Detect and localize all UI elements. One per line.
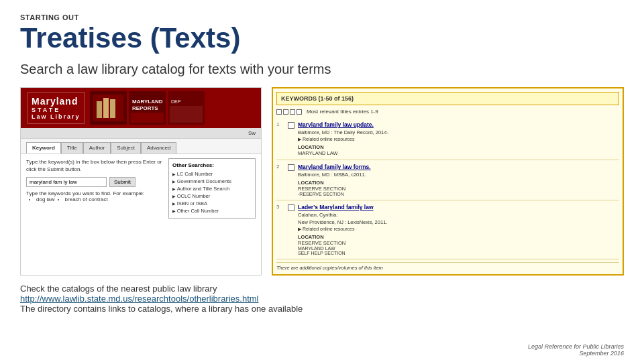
main-container: STARTING OUT Treatises (Texts) Search a … bbox=[0, 0, 644, 320]
catalog-body: Type the keyword(s) in the box below the… bbox=[21, 154, 261, 223]
result-meta-3b: New Providence, NJ : LexisNexis, 2011. bbox=[298, 219, 619, 225]
catalog-examples: Type the keywords you want to find. For … bbox=[26, 190, 163, 202]
mini-checkbox-4[interactable] bbox=[297, 109, 302, 115]
other-searches-title: Other Searches: bbox=[172, 162, 252, 168]
svg-rect-11 bbox=[170, 106, 203, 123]
footer: Legal Reference for Public Libraries Sep… bbox=[528, 343, 624, 357]
location-value-1: MARYLAND LAW bbox=[298, 150, 619, 156]
location-label-1: LOCATION bbox=[298, 144, 619, 150]
mini-checkbox-2[interactable] bbox=[283, 109, 288, 115]
catalog-instruction: Type the keyword(s) in the box below the… bbox=[26, 158, 163, 173]
result-checkbox-3[interactable] bbox=[288, 204, 294, 211]
catalog-submit-button[interactable]: Submit bbox=[109, 177, 136, 187]
result-online-3[interactable]: ▶ Related online resources bbox=[298, 227, 619, 232]
checkboxes-row bbox=[276, 109, 302, 115]
result-checkbox-1[interactable] bbox=[288, 122, 294, 129]
examples-list: dog law breach of contract bbox=[36, 196, 163, 202]
bottom-line1: Check the catalogs of the nearest public… bbox=[20, 284, 624, 294]
results-subheader: Most relevant titles entries 1-9 bbox=[276, 109, 619, 115]
additional-copies: There are additional copies/volumes of t… bbox=[276, 262, 619, 271]
result-content-1: Maryland family law update. Baltimore, M… bbox=[298, 121, 619, 156]
catalog-tabs: Keyword Title Author Subject Advanced bbox=[21, 139, 261, 154]
result-title-1[interactable]: Maryland family law update. bbox=[298, 121, 619, 128]
svg-rect-2 bbox=[97, 101, 102, 118]
result-number-1: 1 bbox=[276, 121, 284, 156]
result-checkbox-2[interactable] bbox=[288, 164, 294, 171]
example-2: breach of contract bbox=[65, 196, 108, 202]
catalog-header: Maryland STATE Law Library bbox=[21, 88, 261, 128]
header-images: MARYLAND REPORTS DEP bbox=[90, 91, 205, 125]
result-online-1[interactable]: ▶ Related online resources bbox=[298, 137, 619, 142]
svg-text:DEP: DEP bbox=[171, 99, 181, 104]
other-searches-panel: Other Searches: LC Call Number Governmen… bbox=[168, 158, 256, 219]
catalog-main: Type the keyword(s) in the box below the… bbox=[26, 158, 163, 219]
examples-label: Type the keywords you want to find. For … bbox=[26, 190, 144, 196]
location-label-3: LOCATION bbox=[298, 234, 619, 240]
logo-law-library: Law Library bbox=[32, 113, 80, 120]
svg-text:MARYLAND: MARYLAND bbox=[132, 99, 163, 105]
bottom-line2: The directory contains links to catalogs… bbox=[20, 304, 624, 314]
svg-rect-8 bbox=[131, 113, 164, 123]
svg-rect-3 bbox=[103, 98, 109, 118]
logo-state: STATE bbox=[32, 107, 80, 113]
reserve-label-3b: SELF HELP SECTION bbox=[298, 251, 619, 255]
other-search-gov[interactable]: Government Documents bbox=[172, 178, 252, 185]
library-logo: Maryland STATE Law Library bbox=[28, 92, 85, 124]
header-img-3: DEP bbox=[168, 91, 205, 125]
header-img-svg-1 bbox=[90, 91, 127, 125]
other-search-lc[interactable]: LC Call Number bbox=[172, 170, 252, 178]
result-title-2[interactable]: Maryland family law forms. bbox=[298, 164, 619, 170]
tab-subject[interactable]: Subject bbox=[111, 142, 141, 154]
other-search-oclc[interactable]: OCLC Number bbox=[172, 192, 252, 200]
tab-keyword[interactable]: Keyword bbox=[26, 142, 61, 154]
catalog-search-input[interactable] bbox=[26, 177, 107, 187]
results-panel: KEYWORDS (1-50 of 156) Most relevant tit… bbox=[272, 87, 624, 276]
result-meta-3a: Calahan, Cynthia: bbox=[298, 212, 619, 218]
footer-line1: Legal Reference for Public Libraries bbox=[528, 343, 624, 350]
result-item-1: 1 Maryland family law update. Baltimore,… bbox=[276, 118, 619, 160]
svg-rect-4 bbox=[110, 99, 115, 118]
header-img-svg-2: MARYLAND REPORTS bbox=[129, 91, 166, 125]
example-1: dog law bbox=[36, 196, 55, 202]
content-area: Maryland STATE Law Library bbox=[20, 87, 624, 276]
location-value-3a: RESERVE SECTION bbox=[298, 240, 619, 246]
starting-out-label: STARTING OUT bbox=[20, 13, 624, 21]
other-search-isbn[interactable]: ISBN or ISBA bbox=[172, 200, 252, 207]
header-img-2: MARYLAND REPORTS bbox=[129, 91, 166, 125]
result-content-2: Maryland family law forms. Baltimore, MD… bbox=[298, 164, 619, 196]
catalog-screenshot: Maryland STATE Law Library bbox=[20, 87, 262, 276]
other-search-author-title[interactable]: Author and Title Search bbox=[172, 185, 252, 192]
result-number-3: 3 bbox=[276, 204, 284, 255]
search-bar-text: Sw bbox=[248, 130, 256, 136]
header-img-svg-3: DEP bbox=[168, 91, 205, 125]
other-searches-list: LC Call Number Government Documents Auth… bbox=[172, 170, 252, 215]
bottom-text: Check the catalogs of the nearest public… bbox=[20, 284, 624, 314]
footer-line2: September 2016 bbox=[528, 350, 624, 357]
result-item-2: 2 Maryland family law forms. Baltimore, … bbox=[276, 160, 619, 200]
tab-author[interactable]: Author bbox=[83, 142, 111, 154]
mini-checkbox-3[interactable] bbox=[290, 109, 295, 115]
svg-text:REPORTS: REPORTS bbox=[132, 105, 158, 111]
library-link[interactable]: http://www.lawlib.state.md.us/researchto… bbox=[20, 294, 258, 304]
result-item-3: 3 Lader's Maryland family law Calahan, C… bbox=[276, 200, 619, 259]
main-title: Treatises (Texts) bbox=[20, 23, 624, 54]
reserve-label-2: -RESERVE SECTION bbox=[298, 192, 619, 196]
results-header: KEYWORDS (1-50 of 156) bbox=[276, 92, 619, 105]
tab-advanced[interactable]: Advanced bbox=[141, 142, 177, 154]
reserve-label-3a: MARYLAND LAW bbox=[298, 246, 619, 251]
results-subheader-text: Most relevant titles entries 1-9 bbox=[307, 109, 378, 115]
catalog-search-row: Submit bbox=[26, 177, 163, 187]
header-img-1 bbox=[90, 91, 127, 125]
result-meta-2: Baltimore, MD : MSBA, c2011. bbox=[298, 172, 619, 178]
subtitle: Search a law library catalog for texts w… bbox=[20, 62, 624, 77]
result-title-3[interactable]: Lader's Maryland family law bbox=[298, 204, 619, 210]
search-bar-area: Sw bbox=[21, 128, 261, 139]
logo-maryland: Maryland bbox=[32, 96, 80, 107]
result-number-2: 2 bbox=[276, 164, 284, 196]
other-search-call[interactable]: Other Call Number bbox=[172, 207, 252, 215]
result-content-3: Lader's Maryland family law Calahan, Cyn… bbox=[298, 204, 619, 255]
location-label-2: LOCATION bbox=[298, 180, 619, 186]
result-meta-1: Baltimore, MD : The Daily Record, 2014- bbox=[298, 129, 619, 135]
tab-title[interactable]: Title bbox=[61, 142, 83, 154]
mini-checkbox-1[interactable] bbox=[276, 109, 282, 115]
